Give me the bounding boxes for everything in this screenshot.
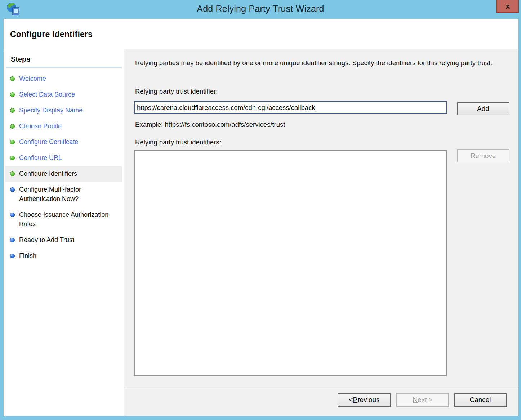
step-label: Select Data Source xyxy=(19,90,75,99)
step-bullet-green-icon xyxy=(10,124,15,129)
step-label: Choose Profile xyxy=(19,121,62,131)
page-header: Configure Identifiers xyxy=(4,19,518,49)
step-label: Finish xyxy=(19,251,36,260)
close-icon: x xyxy=(506,2,510,10)
step-bullet-green-icon xyxy=(10,171,15,176)
close-button[interactable]: x xyxy=(496,0,519,13)
step-bullet-green-icon xyxy=(10,76,15,81)
step-item-select-data-source[interactable]: Select Data Source xyxy=(5,86,122,102)
step-item-welcome[interactable]: Welcome xyxy=(5,71,122,86)
identifier-label: Relying party trust identifier: xyxy=(135,88,218,95)
step-label: Configure URL xyxy=(19,153,62,162)
step-item-choose-issuance-authorization-rules[interactable]: Choose Issuance Authorization Rules xyxy=(5,207,122,232)
step-bullet-blue-icon xyxy=(10,238,15,242)
cancel-button[interactable]: Cancel xyxy=(454,393,507,407)
add-button[interactable]: Add xyxy=(457,102,509,115)
step-bullet-green-icon xyxy=(10,108,15,113)
step-item-configure-multi-factor-authentication-now[interactable]: Configure Multi-factor Authentication No… xyxy=(5,182,122,207)
steps-sidebar: Steps WelcomeSelect Data SourceSpecify D… xyxy=(4,49,124,416)
step-bullet-green-icon xyxy=(10,156,15,160)
step-label: Specify Display Name xyxy=(19,106,83,115)
text-caret xyxy=(316,104,316,112)
step-bullet-blue-icon xyxy=(10,213,15,217)
step-item-configure-url[interactable]: Configure URL xyxy=(5,150,122,166)
identifiers-listbox[interactable] xyxy=(134,150,447,376)
step-label: Configure Multi-factor Authentication No… xyxy=(19,185,120,204)
identifier-input-value: https://carena.cloudflareaccess.com/cdn-… xyxy=(137,104,315,112)
intro-text: Relying parties may be identified by one… xyxy=(135,58,506,68)
step-item-finish[interactable]: Finish xyxy=(5,248,122,264)
step-bullet-green-icon xyxy=(10,140,15,144)
step-bullet-blue-icon xyxy=(10,187,15,192)
step-label: Welcome xyxy=(19,74,46,83)
page-title: Configure Identifiers xyxy=(10,30,93,39)
example-text: Example: https://fs.contoso.com/adfs/ser… xyxy=(135,121,285,129)
remove-button[interactable]: Remove xyxy=(457,149,509,162)
step-item-choose-profile[interactable]: Choose Profile xyxy=(5,118,122,134)
step-label: Choose Issuance Authorization Rules xyxy=(19,210,120,229)
step-bullet-green-icon xyxy=(10,92,15,97)
step-label: Configure Identifiers xyxy=(19,169,77,178)
step-item-ready-to-add-trust[interactable]: Ready to Add Trust xyxy=(5,232,122,248)
previous-button[interactable]: < Previous xyxy=(338,393,391,407)
window-title: Add Relying Party Trust Wizard xyxy=(0,4,521,14)
step-item-specify-display-name[interactable]: Specify Display Name xyxy=(5,102,122,118)
step-bullet-blue-icon xyxy=(10,254,15,258)
identifiers-list-label: Relying party trust identifiers: xyxy=(135,138,221,146)
next-button[interactable]: Next > xyxy=(396,393,449,407)
step-item-configure-certificate[interactable]: Configure Certificate xyxy=(5,134,122,150)
window-body: Configure Identifiers Steps WelcomeSelec… xyxy=(4,19,518,416)
step-item-configure-identifiers[interactable]: Configure Identifiers xyxy=(5,166,122,182)
step-label: Ready to Add Trust xyxy=(19,235,74,245)
identifier-input[interactable]: https://carena.cloudflareaccess.com/cdn-… xyxy=(134,101,447,114)
step-label: Configure Certificate xyxy=(19,137,78,147)
steps-list: WelcomeSelect Data SourceSpecify Display… xyxy=(4,71,124,264)
wizard-window: Add Relying Party Trust Wizard x Configu… xyxy=(0,0,521,420)
wizard-footer: < Previous Next > Cancel xyxy=(124,387,518,416)
content-panel: Relying parties may be identified by one… xyxy=(124,49,518,416)
title-bar: Add Relying Party Trust Wizard x xyxy=(0,0,521,19)
steps-heading: Steps xyxy=(6,54,122,68)
